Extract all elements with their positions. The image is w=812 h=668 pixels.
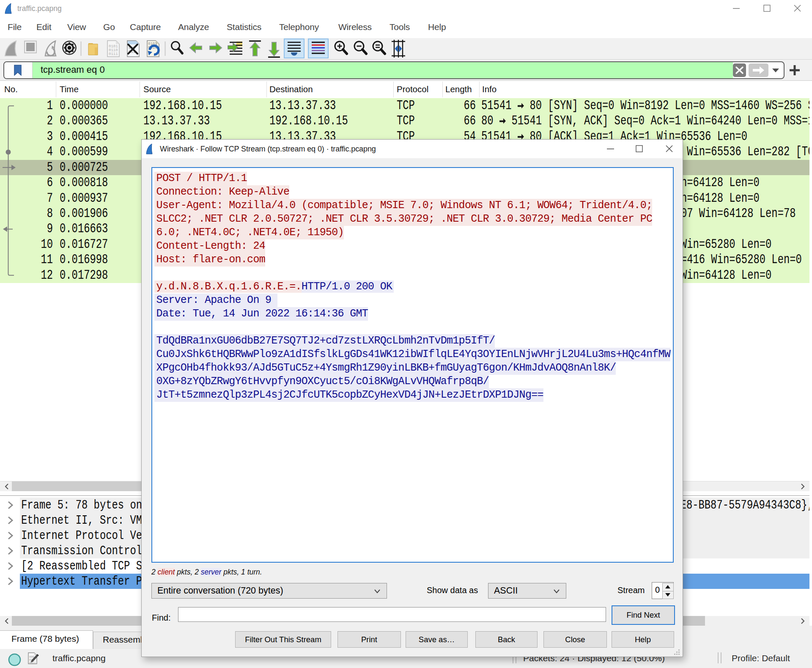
svg-text:0011: 0011 xyxy=(29,662,36,665)
svg-text:0111: 0111 xyxy=(109,52,118,56)
